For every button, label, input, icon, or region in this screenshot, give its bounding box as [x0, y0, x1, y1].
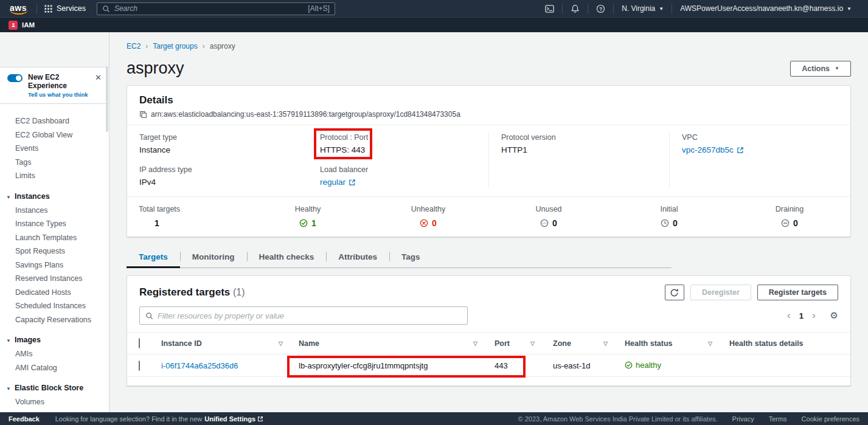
sidebar-item-ec2-global-view[interactable]: EC2 Global View	[0, 128, 109, 142]
caret-down-icon: ▼	[6, 195, 11, 200]
iam-service-icon	[9, 21, 18, 30]
deregister-button[interactable]: Deregister	[690, 285, 751, 300]
next-page-icon[interactable]: ›	[812, 311, 816, 320]
sidebar-item-instance-types[interactable]: Instance Types	[0, 217, 109, 231]
language-selection-note: Looking for language selection? Find it …	[55, 415, 263, 423]
search-shortcut-hint: [Alt+S]	[308, 4, 330, 13]
sort-icon[interactable]: ▽	[530, 340, 535, 347]
sidebar-item-events[interactable]: Events	[0, 142, 109, 156]
region-selector[interactable]: N. Virginia ▼	[614, 4, 672, 13]
previous-page-icon[interactable]: ‹	[787, 311, 791, 320]
draining-count: 0	[793, 218, 798, 228]
clock-icon	[661, 219, 669, 227]
protocol-port-value: HTTPS: 443	[320, 145, 476, 156]
external-link-icon	[349, 179, 356, 186]
tab-tags[interactable]: Tags	[389, 247, 432, 268]
global-search-box[interactable]: [Alt+S]	[97, 2, 335, 15]
sidebar-item-launch-templates[interactable]: Launch Templates	[0, 231, 109, 245]
target-name-cell: lb-asproxytyler-cfcg8jru1tmmqpntsjtg	[299, 361, 428, 370]
account-menu[interactable]: AWSPowerUserAccess/navaneeth.kn@harness.…	[672, 4, 859, 13]
row-checkbox[interactable]	[139, 361, 140, 371]
cloudshell-button[interactable]	[537, 4, 562, 13]
notifications-button[interactable]	[563, 4, 588, 13]
unused-count: 0	[552, 218, 557, 228]
vpc-link[interactable]: vpc-2657db5c	[682, 145, 744, 156]
x-circle-icon	[420, 219, 428, 227]
bell-icon	[571, 4, 580, 13]
aws-logo[interactable]: aws	[9, 3, 29, 15]
sidebar-item-ami-catalog[interactable]: AMI Catalog	[0, 361, 109, 375]
breadcrumb-current: asproxy	[210, 42, 235, 50]
sidebar-item-dedicated-hosts[interactable]: Dedicated Hosts	[0, 286, 109, 300]
console-footer: Feedback Looking for language selection?…	[0, 412, 868, 425]
filter-targets-input[interactable]	[158, 311, 462, 320]
sidebar-item-volumes[interactable]: Volumes	[0, 395, 109, 409]
register-targets-button[interactable]: Register targets	[757, 285, 838, 300]
new-experience-banner: New EC2 Experience Tell us what you thin…	[0, 67, 109, 104]
topnav-right-controls: ? N. Virginia ▼ AWSPowerUserAccess/navan…	[537, 4, 859, 13]
protocol-version-value: HTTP1	[501, 145, 657, 156]
search-icon	[145, 312, 153, 320]
total-targets-label: Total targets	[139, 204, 248, 214]
sort-icon[interactable]: ▽	[473, 340, 477, 347]
sidebar-section-images[interactable]: ▼Images	[0, 333, 109, 347]
caret-down-icon: ▼	[6, 386, 11, 392]
sidebar-section-ebs[interactable]: ▼Elastic Block Store	[0, 381, 109, 395]
tab-monitoring[interactable]: Monitoring	[180, 247, 247, 268]
table-settings-gear-icon[interactable]: ⚙	[830, 310, 838, 321]
breadcrumb-ec2[interactable]: EC2	[127, 42, 141, 50]
check-circle-icon	[299, 219, 308, 227]
region-label: N. Virginia	[622, 4, 655, 13]
tab-health-checks[interactable]: Health checks	[247, 247, 327, 268]
protocol-version-label: Protocol version	[501, 133, 657, 142]
refresh-button[interactable]	[665, 285, 684, 300]
sidebar-item-instances[interactable]: Instances	[0, 204, 109, 218]
sidebar-item-spot-requests[interactable]: Spot Requests	[0, 244, 109, 258]
account-label: AWSPowerUserAccess/navaneeth.kn@harness.…	[680, 4, 843, 13]
favorites-iam-link[interactable]: IAM	[22, 21, 35, 29]
sidebar-item-savings-plans[interactable]: Savings Plans	[0, 258, 109, 272]
load-balancer-link[interactable]: regular	[320, 177, 356, 188]
services-menu-button[interactable]: Services	[44, 4, 86, 13]
sidebar-item-amis[interactable]: AMIs	[0, 347, 109, 361]
sidebar-scrollbar[interactable]	[106, 66, 108, 132]
close-icon[interactable]: ✕	[94, 73, 103, 83]
page-header: asproxy Actions ▼	[109, 50, 868, 78]
copy-icon[interactable]	[139, 111, 147, 119]
cookie-preferences-link[interactable]: Cookie preferences	[802, 415, 859, 423]
target-type-label: Target type	[139, 133, 296, 142]
sidebar-item-tags[interactable]: Tags	[0, 156, 109, 170]
breadcrumb-target-groups[interactable]: Target groups	[153, 42, 197, 50]
divider	[36, 4, 37, 13]
refresh-icon	[670, 288, 679, 297]
sidebar-item-ec2-dashboard[interactable]: EC2 Dashboard	[0, 114, 109, 128]
feedback-button[interactable]: Feedback	[9, 415, 40, 423]
sort-icon[interactable]: ▽	[603, 340, 608, 347]
new-experience-toggle[interactable]	[7, 74, 23, 82]
registered-targets-count: (1)	[233, 287, 245, 297]
select-all-checkbox[interactable]	[139, 338, 140, 348]
sidebar-item-capacity-reservations[interactable]: Capacity Reservations	[0, 313, 109, 327]
tab-attributes[interactable]: Attributes	[326, 247, 389, 268]
sort-icon[interactable]: ▽	[279, 340, 283, 347]
privacy-link[interactable]: Privacy	[732, 415, 754, 423]
instance-id-link[interactable]: i-06f1744a6a25d36d6	[161, 361, 238, 370]
new-experience-title: New EC2 Experience	[28, 73, 88, 90]
copyright-text: © 2023, Amazon Web Services India Privat…	[518, 415, 718, 423]
sort-icon[interactable]: ▽	[708, 340, 712, 347]
sidebar-item-reserved-instances[interactable]: Reserved Instances	[0, 272, 109, 286]
registered-targets-heading: Registered targets	[139, 286, 230, 298]
page-number[interactable]: 1	[799, 311, 804, 320]
actions-button[interactable]: Actions ▼	[790, 61, 851, 77]
unified-settings-link[interactable]: Unified Settings	[204, 415, 263, 423]
tab-targets[interactable]: Targets	[127, 247, 180, 268]
table-header-row: Instance ID▽ Name▽ Port▽ Zone▽ Health st…	[127, 332, 850, 354]
sidebar-item-limits[interactable]: Limits	[0, 169, 109, 183]
search-input[interactable]	[114, 4, 304, 13]
feedback-link[interactable]: Tell us what you think	[28, 91, 88, 98]
help-button[interactable]: ?	[588, 4, 613, 13]
sidebar-item-scheduled-instances[interactable]: Scheduled Instances	[0, 299, 109, 313]
terms-link[interactable]: Terms	[769, 415, 787, 423]
pagination: ‹ 1 › ⚙	[787, 310, 838, 321]
sidebar-section-instances[interactable]: ▼Instances	[0, 189, 109, 204]
